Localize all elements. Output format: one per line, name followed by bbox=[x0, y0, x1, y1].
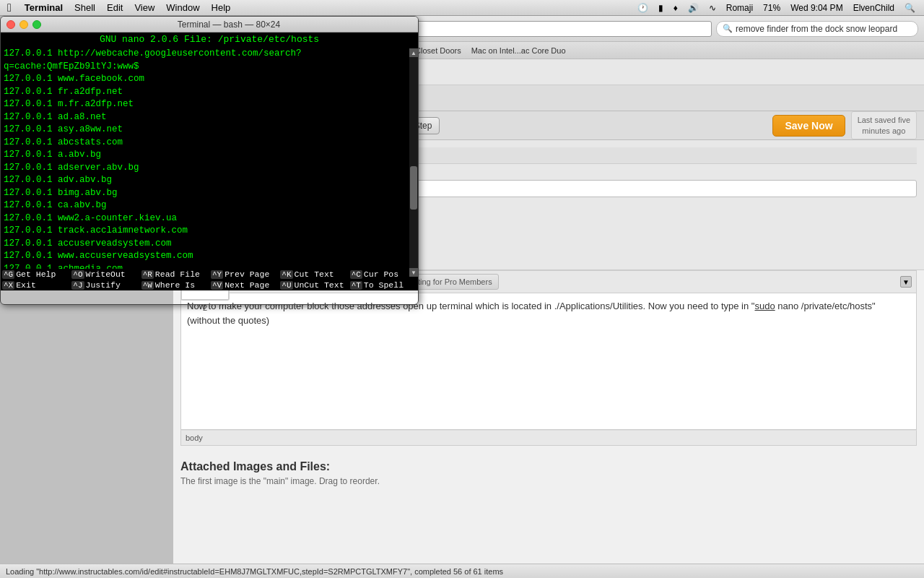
menubar-right: 🕐 ▮ ♦ 🔊 ∿ Romaji 71% Wed 9:04 PM ElvenCh… bbox=[635, 0, 924, 16]
terminal-footer-item: ^CCur Pos bbox=[349, 269, 418, 280]
terminal-line: 127.0.0.1 www.facebook.com bbox=[4, 73, 415, 86]
terminal-line: 127.0.0.1 abcstats.com bbox=[4, 137, 415, 150]
terminal-key-label: Read File bbox=[155, 269, 200, 279]
terminal-line: 127.0.0.1 adv.abv.bg bbox=[4, 174, 415, 187]
loading-bar: Loading "http://www.instructables.com/id… bbox=[0, 564, 924, 578]
menu-window[interactable]: Window bbox=[160, 2, 205, 13]
terminal-key: ^R bbox=[141, 270, 154, 279]
menu-help[interactable]: Help bbox=[206, 2, 237, 13]
scroll-down-arrow[interactable]: ▼ bbox=[409, 268, 418, 277]
terminal-footer-item: ^WWhere Is bbox=[140, 280, 209, 290]
time-machine-icon: 🕐 bbox=[635, 3, 651, 13]
terminal-line: 127.0.0.1 ad.a8.net bbox=[4, 111, 415, 124]
richtext-content[interactable]: Now to make your computer block those ad… bbox=[180, 293, 917, 430]
minimize-button[interactable] bbox=[19, 20, 28, 29]
terminal-line: 127.0.0.1 http://webcache.googleusercont… bbox=[4, 48, 415, 73]
richtext-footer: body bbox=[180, 430, 917, 446]
terminal-key: ^X bbox=[2, 281, 14, 290]
scroll-thumb[interactable] bbox=[410, 166, 417, 210]
apple-menu[interactable]:  bbox=[0, 1, 19, 14]
terminal-line: 127.0.0.1 asy.a8ww.net bbox=[4, 124, 415, 137]
terminal-key-label: Get Help bbox=[16, 269, 56, 279]
wifi-icon: ∿ bbox=[706, 3, 719, 13]
terminal-line: 127.0.0.1 m.fr.a2dfp.net bbox=[4, 98, 415, 111]
terminal-footer-item: ^OWriteOut bbox=[70, 269, 139, 280]
loading-text: Loading "http://www.instructables.com/id… bbox=[6, 567, 503, 576]
terminal-line: 127.0.0.1 www2.a-counter.kiev.ua bbox=[4, 212, 415, 225]
bluetooth-icon: ♦ bbox=[671, 3, 681, 13]
terminal-key-label: Cut Text bbox=[295, 269, 334, 279]
terminal-footer-item: ^TTo Spell bbox=[349, 280, 418, 290]
terminal-footer-item: ^XExit bbox=[1, 280, 70, 290]
search-icon: 🔍 bbox=[723, 24, 733, 33]
rt-scroll-btn[interactable]: ▼ bbox=[900, 276, 912, 288]
terminal-key: ^C bbox=[350, 270, 362, 279]
search-text: remove finder from the dock snow leopard bbox=[736, 24, 897, 34]
terminal-key: ^U bbox=[280, 281, 292, 290]
terminal-title: Terminal — bash — 80×24 bbox=[45, 20, 412, 30]
menu-view[interactable]: View bbox=[128, 2, 160, 13]
attached-subtitle: The first image is the "main" image. Dra… bbox=[180, 476, 917, 486]
attached-section: Attached Images and Files: The first ima… bbox=[173, 453, 924, 493]
battery-indicator: 71% bbox=[760, 3, 783, 13]
terminal-key: ^T bbox=[350, 281, 362, 290]
attached-title: Attached Images and Files: bbox=[180, 460, 917, 473]
volume-icon: 🔊 bbox=[685, 3, 702, 13]
zoom-button[interactable] bbox=[32, 20, 41, 29]
terminal-nano-header: GNU nano 2.0.6 File: /private/etc/hosts bbox=[1, 33, 418, 46]
bookmark-item[interactable]: Mac on Intel...ac Core Duo bbox=[467, 45, 570, 56]
save-now-button[interactable]: Save Now bbox=[772, 115, 845, 137]
terminal-footer-item: ^GGet Help bbox=[1, 269, 70, 280]
terminal-key: ^G bbox=[2, 270, 14, 279]
last-saved-text: Last saved fiveminutes ago bbox=[858, 116, 910, 134]
terminal-key: ^Y bbox=[211, 270, 223, 279]
terminal-footer-item: ^UUnCut Text bbox=[279, 280, 348, 290]
terminal-scrollbar[interactable]: ▲ ▼ bbox=[409, 48, 418, 277]
terminal-key-label: WriteOut bbox=[86, 269, 126, 279]
terminal-key-label: UnCut Text bbox=[295, 280, 344, 290]
terminal-line: 127.0.0.1 achmedia.com bbox=[4, 263, 415, 269]
body-label: body bbox=[186, 434, 203, 442]
menu-shell[interactable]: Shell bbox=[69, 2, 101, 13]
spotlight-icon[interactable]: 🔍 bbox=[902, 3, 918, 13]
terminal-footer-item: ^JJustify bbox=[70, 280, 139, 290]
terminal-footer: ^GGet Help^OWriteOut^RRead File^YPrev Pa… bbox=[1, 269, 418, 290]
terminal-line: 127.0.0.1 bimg.abv.bg bbox=[4, 187, 415, 200]
terminal-line: 127.0.0.1 ca.abv.bg bbox=[4, 199, 415, 212]
terminal-key-label: To Spell bbox=[364, 280, 404, 290]
terminal-key: ^K bbox=[280, 270, 292, 279]
terminal-footer-item: ^KCut Text bbox=[279, 269, 348, 280]
username-display: ElvenChild bbox=[850, 3, 897, 13]
terminal-key-label: Next Page bbox=[225, 280, 269, 290]
menu-edit[interactable]: Edit bbox=[101, 2, 128, 13]
terminal-key: ^V bbox=[211, 281, 223, 290]
terminal-body[interactable]: 127.0.0.1 http://webcache.googleusercont… bbox=[1, 46, 418, 269]
terminal-key: ^O bbox=[71, 270, 84, 279]
terminal-key: ^J bbox=[71, 281, 84, 290]
ime-indicator[interactable]: Romaji bbox=[723, 3, 756, 13]
terminal-footer-item: ^YPrev Page bbox=[209, 269, 279, 280]
scroll-up-arrow[interactable]: ▲ bbox=[409, 48, 418, 57]
datetime-display: Wed 9:04 PM bbox=[788, 3, 845, 13]
screen-icon: ▮ bbox=[655, 3, 666, 13]
terminal-line: 127.0.0.1 track.acclaimnetwork.com bbox=[4, 225, 415, 238]
menu-bar:  Terminal Shell Edit View Window Help 🕐… bbox=[0, 0, 924, 16]
terminal-window: Terminal — bash — 80×24 GNU nano 2.0.6 F… bbox=[0, 16, 419, 305]
last-saved-info: Last saved fiveminutes ago bbox=[851, 111, 917, 139]
app-name[interactable]: Terminal bbox=[19, 2, 69, 13]
terminal-key-label: Cur Pos bbox=[364, 269, 398, 279]
scroll-track bbox=[409, 57, 418, 268]
terminal-key: ^W bbox=[141, 281, 154, 290]
terminal-key-label: Prev Page bbox=[225, 269, 269, 279]
search-bar[interactable]: 🔍 remove finder from the dock snow leopa… bbox=[716, 21, 918, 37]
terminal-line: 127.0.0.1 www.accuserveadsystem.com bbox=[4, 250, 415, 263]
terminal-titlebar: Terminal — bash — 80×24 bbox=[1, 17, 418, 33]
terminal-key-label: Justify bbox=[86, 280, 121, 290]
terminal-footer-item: ^VNext Page bbox=[209, 280, 279, 290]
terminal-key-label: Exit bbox=[16, 280, 36, 290]
save-now-label: Save Now bbox=[785, 120, 832, 131]
terminal-line: 127.0.0.1 a.abv.bg bbox=[4, 149, 415, 162]
terminal-key-label: Where Is bbox=[155, 280, 195, 290]
terminal-line: 127.0.0.1 adserver.abv.bg bbox=[4, 162, 415, 175]
close-button[interactable] bbox=[6, 20, 15, 29]
